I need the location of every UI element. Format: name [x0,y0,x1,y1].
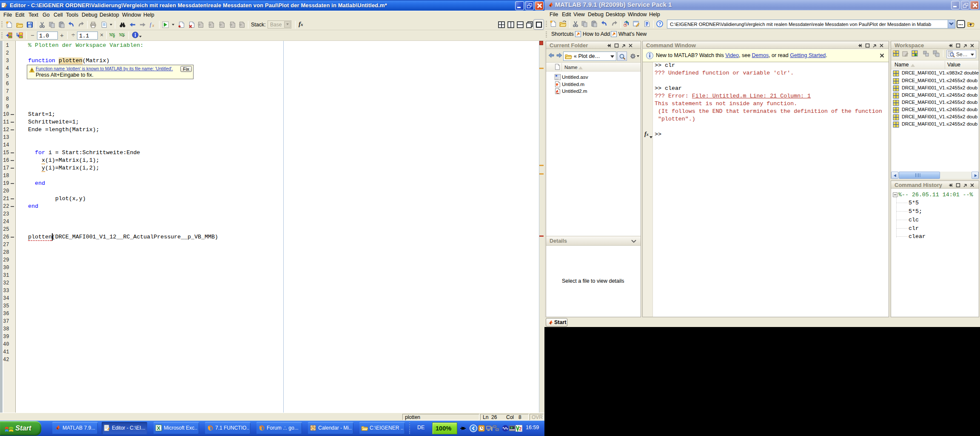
svg-text:2: 2 [519,427,522,431]
svg-text:X: X [157,425,160,431]
svg-text:x: x [152,23,154,28]
svg-text:?: ? [658,21,661,26]
svg-text:f: f [150,22,152,28]
svg-text:%%: %% [119,32,125,37]
svg-text:+: + [113,35,115,39]
